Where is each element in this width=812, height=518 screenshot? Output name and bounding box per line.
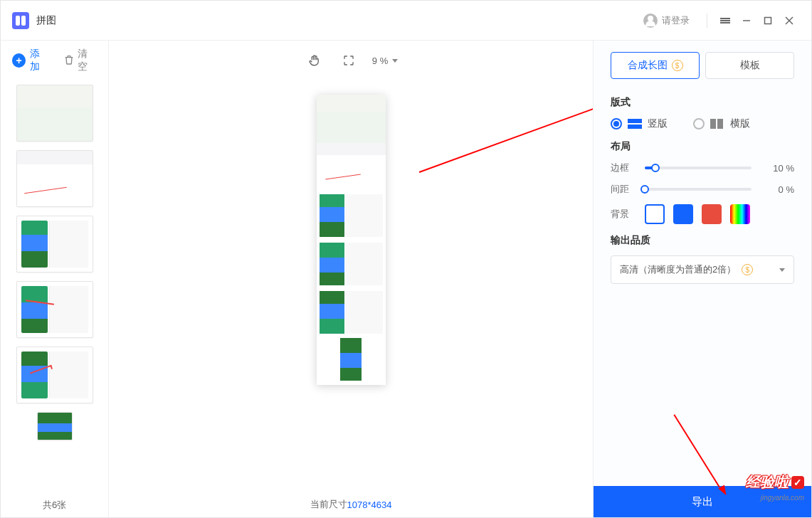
- window-close-button[interactable]: [779, 10, 800, 31]
- login-label: 请登录: [662, 14, 690, 27]
- bg-color-red[interactable]: [702, 204, 722, 224]
- vertical-layout-icon: [628, 119, 642, 129]
- section-style-title: 版式: [611, 96, 794, 109]
- add-button[interactable]: + 添加: [12, 48, 49, 73]
- background-label: 背景: [611, 208, 636, 221]
- thumbnail-item[interactable]: [16, 216, 93, 273]
- bg-color-blue[interactable]: [673, 204, 693, 224]
- trash-icon: [63, 54, 75, 68]
- canvas-size-label: 当前尺寸 1078*4634: [109, 492, 593, 517]
- clear-label: 清空: [78, 48, 97, 73]
- gap-slider[interactable]: [645, 188, 752, 191]
- radio-checked-icon: [611, 118, 622, 130]
- app-logo-icon: [12, 12, 29, 29]
- add-label: 添加: [30, 48, 49, 73]
- thumbnail-item[interactable]: [16, 150, 93, 207]
- quality-select[interactable]: 高清（清晰度为普通的2倍） $: [611, 255, 794, 284]
- thumbnail-item[interactable]: [37, 412, 73, 440]
- chevron-down-icon: [392, 59, 398, 63]
- menu-button[interactable]: [715, 10, 736, 31]
- pan-tool-button[interactable]: [304, 50, 325, 71]
- gap-label: 间距: [611, 183, 636, 196]
- app-title: 拼图: [36, 14, 56, 27]
- radio-unchecked-icon: [693, 118, 705, 130]
- vip-badge-icon: $: [672, 60, 683, 71]
- window-maximize-button[interactable]: [757, 10, 779, 31]
- thumbnail-item[interactable]: [16, 281, 93, 338]
- clear-button[interactable]: 清空: [63, 48, 97, 73]
- window-minimize-button[interactable]: [736, 10, 757, 31]
- zoom-dropdown[interactable]: 9 %: [372, 56, 398, 66]
- border-value: 10 %: [760, 163, 794, 174]
- vip-badge-icon: $: [742, 264, 753, 275]
- chevron-down-icon: [779, 268, 785, 272]
- preview-image[interactable]: [317, 95, 386, 385]
- orientation-horizontal-radio[interactable]: 横版: [693, 117, 750, 130]
- border-slider[interactable]: [645, 166, 752, 169]
- avatar-icon: [643, 14, 658, 28]
- horizontal-layout-icon: [710, 119, 724, 129]
- border-label: 边框: [611, 162, 636, 174]
- orientation-vertical-radio[interactable]: 竖版: [611, 117, 668, 130]
- tab-compose[interactable]: 合成长图 $: [611, 52, 700, 79]
- thumbnail-item[interactable]: [16, 347, 93, 403]
- bg-color-white[interactable]: [645, 204, 665, 224]
- tab-template[interactable]: 模板: [705, 52, 794, 79]
- bg-color-custom[interactable]: [730, 204, 750, 224]
- annotation-arrow-icon: [419, 80, 593, 173]
- plus-icon: +: [12, 53, 26, 68]
- separator: [707, 14, 707, 28]
- fit-screen-button[interactable]: [338, 50, 359, 71]
- gap-value: 0 %: [760, 184, 794, 195]
- thumbnail-count: 共6张: [1, 493, 108, 517]
- section-quality-title: 输出品质: [611, 234, 794, 247]
- thumbnail-item[interactable]: [16, 85, 93, 142]
- section-layout-title: 布局: [611, 140, 794, 153]
- svg-rect-1: [765, 17, 771, 23]
- login-button[interactable]: 请登录: [643, 14, 690, 28]
- zoom-value: 9 %: [372, 56, 388, 66]
- export-button[interactable]: 导出: [594, 486, 811, 517]
